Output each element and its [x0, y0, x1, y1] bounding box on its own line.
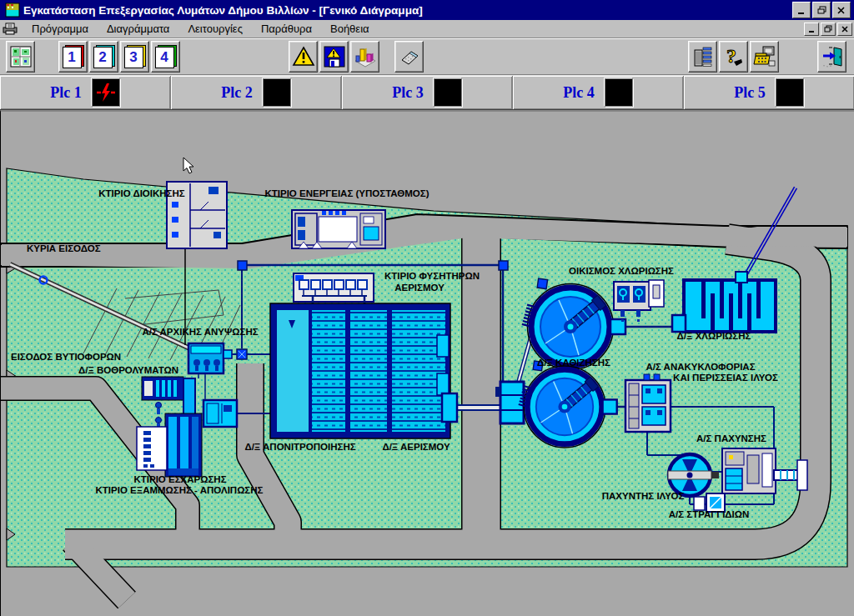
diagram-page-buttons: 1234 — [58, 41, 181, 73]
plc-label: Plc 1 — [50, 84, 82, 102]
plc-section-4: Plc 4 — [512, 76, 683, 109]
map-label-15: Δ/Ξ ΑΕΡΙΣΜΟΥ — [382, 442, 450, 452]
trend-chart-button[interactable] — [350, 41, 379, 73]
blower-building[interactable] — [294, 273, 374, 307]
alarm-save-button[interactable] — [319, 41, 349, 73]
modem-phone-icon — [753, 45, 776, 68]
map-label-16: Α/Σ ΠΑΧΥΝΣΗΣ — [696, 433, 766, 443]
page-number-label: 1 — [63, 47, 82, 68]
printer-icon[interactable] — [3, 23, 18, 35]
plc-rack-icon — [692, 45, 714, 68]
map-label-2: ΚΤΙΡΙΟ ΕΝΕΡΓΕΙΑΣ (ΥΠΟΣΤΑΘΜΟΣ) — [264, 188, 429, 198]
energy-building[interactable] — [292, 210, 385, 248]
plc-label: Plc 4 — [563, 84, 595, 102]
acknowledge-button[interactable] — [394, 41, 424, 73]
child-restore-button[interactable] — [821, 23, 836, 36]
map-label-17: ΠΑΧΥΝΤΗΣ ΙΛΥΟΣ — [602, 491, 685, 501]
application-window: Εγκατάσταση Επεξεργασίας Λυμάτων Δήμου Β… — [0, 0, 854, 616]
map-label-10: Δ/Ξ ΚΑΘΙΖΗΣΗΣ — [537, 358, 610, 368]
chart-3d-icon — [354, 46, 377, 68]
toolbar: 1234 — [0, 38, 854, 75]
map-label-19: ΚΤΙΡΙΟ ΕΣΧΑΡΩΣΗΣ — [133, 474, 226, 484]
map-label-13: Δ/Ξ ΧΛΩΡΙΩΣΗΣ — [677, 331, 751, 341]
map-label-6: ΟΙΚΙΣΜΟΣ ΧΛΩΡΙΩΣΗΣ — [569, 266, 674, 276]
diagram-page-button-4[interactable]: 4 — [151, 41, 180, 73]
help-question-icon: ? — [723, 45, 745, 68]
menu-item-1[interactable]: Πρόγραμμα — [23, 21, 98, 37]
distribution-box — [495, 382, 524, 423]
site-overview-button[interactable] — [6, 41, 35, 73]
map-label-4: ΚΤΙΡΙΟ ΦΥΣΗΤΗΡΩΝ — [384, 271, 480, 281]
map-label-1: ΚΤΙΡΙΟ ΔΙΟΙΚΗΣΗΣ — [98, 188, 184, 198]
alarm-warning-button[interactable] — [289, 41, 318, 73]
map-label-9: Δ/Ξ ΒΟΘΡΟΛΥΜΑΤΩΝ — [78, 365, 178, 375]
diagram-page-button-1[interactable]: 1 — [58, 41, 88, 73]
map-label-8: ΕΙΣΟΔΟΣ ΒΥΤΙΟΦΟΡΩΝ — [11, 352, 121, 362]
child-close-button[interactable] — [837, 23, 852, 36]
menu-items: ΠρόγραμμαΔιαγράμματαΛειτουργίεςΠαράθυραΒ… — [23, 21, 804, 37]
child-minimize-button[interactable] — [804, 23, 819, 36]
ras-pump-station[interactable] — [625, 374, 671, 432]
menu-item-4[interactable]: Παράθυρα — [252, 21, 321, 37]
window-title: Εγκατάσταση Επεξεργασίας Λυμάτων Δήμου Β… — [23, 4, 792, 17]
map-label-7: Α/Σ ΑΡΧΙΚΗΣ ΑΝΥΨΩΣΗΣ — [142, 327, 258, 337]
help-button[interactable]: ? — [719, 41, 748, 73]
aeration-tank[interactable] — [270, 303, 450, 438]
map-label-20: ΚΤΙΡΙΟ ΕΞΑΜΜΩΣΗΣ - ΑΠΟΛΙΠΩΣΗΣ — [96, 485, 264, 495]
page-number-label: 3 — [124, 47, 143, 68]
aeration-outlet-box — [442, 393, 457, 422]
warning-triangle-icon — [292, 46, 315, 68]
exit-door-icon — [821, 45, 844, 68]
menu-item-2[interactable]: Διαγράμματα — [98, 21, 178, 37]
menu-item-5[interactable]: Βοήθεια — [321, 21, 379, 37]
site-overview-icon — [10, 46, 32, 68]
plc-status-button[interactable] — [688, 41, 717, 73]
map-label-11: Α/Σ ΑΝΑΚΥΚΛΟΦΟΡΙΑΣ — [646, 362, 755, 372]
page-number-label: 2 — [93, 47, 113, 68]
plc-indicator[interactable] — [92, 78, 120, 107]
plc-label: Plc 2 — [221, 84, 253, 102]
eraser-icon — [398, 46, 421, 68]
diagram-page-button-3[interactable]: 3 — [120, 41, 149, 73]
app-icon — [5, 3, 20, 18]
close-button[interactable] — [832, 2, 851, 18]
plc-section-3: Plc 3 — [341, 76, 512, 109]
map-label-12: ΚΑΙ ΠΕΡΙΣΣΕΙΑΣ ΙΛΥΟΣ — [673, 373, 778, 383]
plc-indicator[interactable] — [605, 78, 633, 107]
plc-alarm-icon — [95, 83, 117, 103]
septage-tanks[interactable] — [142, 377, 183, 400]
plc-label: Plc 3 — [392, 84, 424, 102]
plc-section-1: Plc 1 — [0, 76, 170, 109]
plc-indicator[interactable] — [434, 78, 462, 107]
plc-indicator[interactable] — [263, 78, 291, 107]
exit-button[interactable] — [817, 41, 846, 73]
restore-button[interactable] — [812, 2, 831, 18]
alarm-save-icon — [324, 46, 345, 68]
svg-text:?: ? — [726, 45, 736, 67]
plc-section-2: Plc 2 — [170, 76, 341, 109]
map-label-5: ΑΕΡΙΣΜΟΥ — [394, 283, 445, 293]
plc-indicator[interactable] — [776, 78, 804, 107]
menu-item-3[interactable]: Λειτουργίες — [178, 21, 252, 37]
comms-button[interactable] — [750, 41, 779, 73]
chlorine-contact-tank[interactable] — [672, 272, 776, 332]
plc-status-bar: Plc 1 Plc 2Plc 3Plc 4Plc 5 — [0, 75, 854, 110]
plc-section-5: Plc 5 — [683, 76, 854, 109]
page-number-label: 4 — [155, 47, 174, 68]
map-label-18: Α/Σ ΣΤΡΑΓΓΙΔΙΩΝ — [669, 509, 750, 519]
plant-diagram[interactable]: ΚΤΙΡΙΟ ΔΙΟΙΚΗΣΗΣΚΤΙΡΙΟ ΕΝΕΡΓΕΙΑΣ (ΥΠΟΣΤΑ… — [0, 110, 854, 616]
plc-label: Plc 5 — [734, 84, 766, 102]
minimize-button[interactable] — [792, 2, 811, 18]
title-bar: Εγκατάσταση Επεξεργασίας Λυμάτων Δήμου Β… — [0, 0, 854, 20]
diagram-page-button-2[interactable]: 2 — [89, 41, 118, 73]
map-label-3: ΚΥΡΙΑ ΕΙΣΟΔΟΣ — [27, 243, 101, 253]
menu-bar: ΠρόγραμμαΔιαγράμματαΛειτουργίεςΠαράθυραΒ… — [0, 20, 854, 38]
map-label-14: Δ/Ξ ΑΠΟΝΙΤΡΟΠΟΙΗΣΗΣ — [244, 442, 355, 452]
